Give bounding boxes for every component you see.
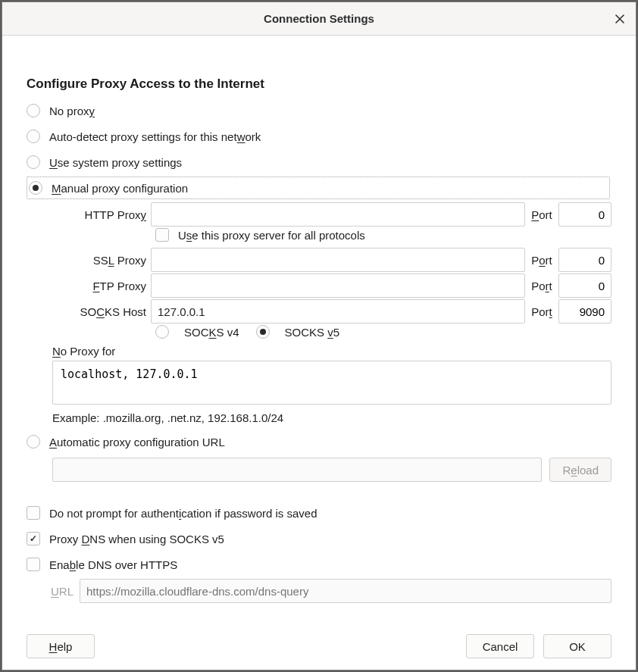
pac-input-row: Reload (52, 458, 611, 482)
radio-manual-row[interactable]: Manual proxy configuration (27, 177, 610, 199)
use-for-all-checkbox[interactable] (155, 228, 169, 242)
socks-v4-label: SOCKS v4 (184, 326, 239, 339)
radio-system-row[interactable]: Use system proxy settings (27, 151, 611, 173)
radio-pac-label: Automatic proxy configuration URL (49, 436, 225, 449)
radio-auto-detect-row[interactable]: Auto-detect proxy settings for this netw… (27, 125, 611, 148)
no-proxy-textarea[interactable] (52, 361, 611, 405)
connection-settings-dialog: Connection Settings Configure Proxy Acce… (2, 2, 636, 670)
socks-port-input[interactable] (558, 299, 611, 323)
ftp-port-label: Port (525, 280, 558, 292)
ftp-row: FTP Proxy Port (52, 273, 611, 298)
use-for-all-label: Use this proxy server for all protocols (178, 229, 365, 242)
close-icon[interactable] (613, 12, 627, 26)
radio-socks-v4[interactable] (155, 325, 169, 339)
ftp-host-input[interactable] (151, 273, 525, 298)
http-port-label: Port (525, 208, 558, 221)
reload-button[interactable]: Reload (549, 458, 611, 482)
doh-url-row: URL (49, 579, 611, 603)
ssl-label: SSL Proxy (52, 254, 151, 267)
radio-socks-v5[interactable] (256, 325, 270, 339)
http-port-input[interactable] (558, 202, 611, 227)
http-row: HTTP Proxy Port (52, 202, 611, 227)
ftp-port-input[interactable] (558, 273, 611, 298)
ftp-label: FTP Proxy (52, 280, 151, 292)
pac-url-input[interactable] (52, 458, 542, 482)
no-prompt-label: Do not prompt for authentication if pass… (49, 507, 317, 520)
ssl-port-input[interactable] (558, 248, 611, 272)
dialog-footer: Help Cancel OK (2, 623, 636, 670)
doh-label: Enable DNS over HTTPS (49, 558, 177, 571)
radio-pac-row[interactable]: Automatic proxy configuration URL (27, 430, 611, 453)
radio-pac[interactable] (27, 435, 40, 449)
ok-button[interactable]: OK (543, 634, 611, 658)
proxy-dns-row[interactable]: Proxy DNS when using SOCKS v5 (27, 527, 611, 550)
radio-system-label: Use system proxy settings (49, 156, 182, 169)
no-prompt-row[interactable]: Do not prompt for authentication if pass… (27, 502, 611, 524)
help-button[interactable]: Help (27, 634, 95, 658)
dialog-content: Configure Proxy Access to the Internet N… (2, 36, 636, 623)
proxy-dns-checkbox[interactable] (27, 532, 40, 545)
dialog-title: Connection Settings (264, 12, 374, 25)
radio-manual[interactable] (29, 181, 42, 195)
socks-row: SOCKS Host Port (52, 299, 611, 323)
radio-no-proxy-row[interactable]: No proxy (27, 99, 611, 122)
socks-v5-label: SOCKS v5 (285, 326, 340, 339)
section-heading: Configure Proxy Access to the Internet (27, 77, 611, 92)
socks-label: SOCKS Host (52, 305, 151, 318)
socks-port-label: Port (525, 305, 558, 318)
http-label: HTTP Proxy (52, 208, 151, 221)
no-prompt-checkbox[interactable] (27, 506, 40, 520)
radio-system[interactable] (27, 155, 40, 169)
no-proxy-for-label: No Proxy for (52, 345, 611, 358)
radio-manual-label: Manual proxy configuration (52, 182, 188, 195)
doh-url-input[interactable] (80, 579, 611, 603)
cancel-button[interactable]: Cancel (466, 634, 534, 658)
manual-proxy-form: HTTP Proxy Port Use this proxy server fo… (52, 202, 611, 424)
doh-url-label: URL (49, 585, 80, 598)
socks-host-input[interactable] (151, 299, 525, 323)
radio-no-proxy-label: No proxy (49, 105, 95, 117)
ssl-row: SSL Proxy Port (52, 248, 611, 272)
titlebar: Connection Settings (2, 2, 636, 36)
no-proxy-example: Example: .mozilla.org, .net.nz, 192.168.… (52, 411, 611, 424)
use-for-all-row[interactable]: Use this proxy server for all protocols (52, 228, 611, 242)
radio-no-proxy[interactable] (27, 104, 40, 117)
radio-auto-detect[interactable] (27, 130, 40, 143)
doh-row[interactable]: Enable DNS over HTTPS (27, 553, 611, 576)
proxy-dns-label: Proxy DNS when using SOCKS v5 (49, 533, 224, 545)
ssl-port-label: Port (525, 254, 558, 267)
doh-checkbox[interactable] (27, 558, 40, 571)
http-host-input[interactable] (151, 202, 525, 227)
radio-auto-detect-label: Auto-detect proxy settings for this netw… (49, 130, 261, 143)
socks-version-row: SOCKS v4 SOCKS v5 (155, 325, 611, 339)
ssl-host-input[interactable] (151, 248, 525, 272)
